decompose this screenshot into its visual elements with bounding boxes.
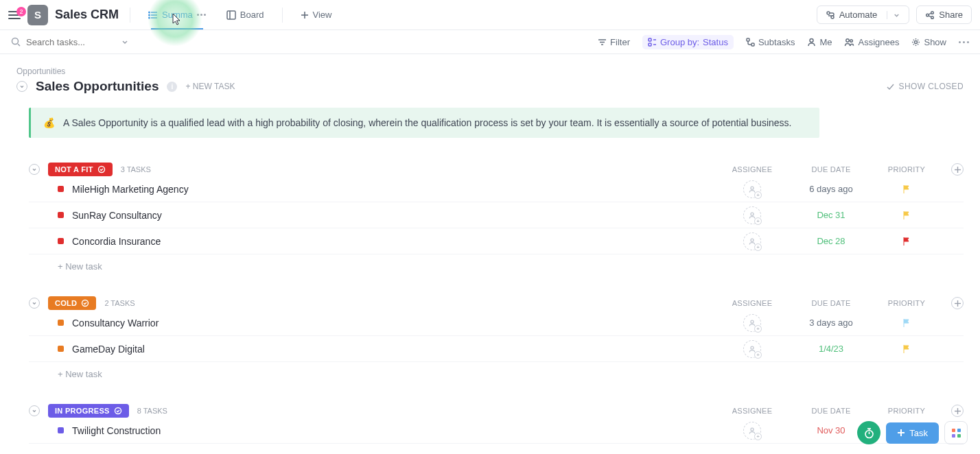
check-circle-icon xyxy=(114,407,122,415)
priority-cell[interactable] xyxy=(869,184,944,194)
assignee-avatar-placeholder[interactable]: + xyxy=(743,180,761,198)
new-task-button[interactable]: + NEW TASK xyxy=(185,82,235,91)
task-button[interactable]: Task xyxy=(886,422,939,444)
status-square[interactable] xyxy=(58,346,64,352)
assignee-avatar-placeholder[interactable]: + xyxy=(743,340,761,358)
more-options[interactable] xyxy=(959,41,969,43)
col-priority[interactable]: PRIORITY xyxy=(869,299,944,307)
col-due[interactable]: DUE DATE xyxy=(793,165,869,174)
add-column[interactable] xyxy=(951,163,964,176)
assignee-cell[interactable]: + xyxy=(711,340,793,358)
task-name[interactable]: Twilight Construction xyxy=(72,425,161,436)
due-date[interactable]: 6 days ago xyxy=(793,184,869,194)
col-priority[interactable]: PRIORITY xyxy=(869,165,944,174)
chevron-down-icon[interactable] xyxy=(121,38,129,46)
priority-cell[interactable] xyxy=(869,344,944,354)
group-collapse-toggle[interactable] xyxy=(29,405,40,416)
assignee-cell[interactable]: + xyxy=(711,314,793,332)
task-name[interactable]: Concordia Insurance xyxy=(72,236,161,247)
list-collapse-toggle[interactable] xyxy=(16,81,27,92)
add-column[interactable] xyxy=(951,405,964,417)
assignee-cell[interactable]: + xyxy=(711,180,793,198)
assignee-avatar-placeholder[interactable]: + xyxy=(743,206,761,224)
status-badge[interactable]: COLD xyxy=(48,296,96,310)
status-square[interactable] xyxy=(58,427,64,433)
col-assignee[interactable]: ASSIGNEE xyxy=(711,407,793,415)
timer-button[interactable] xyxy=(857,421,880,444)
flag-icon xyxy=(902,237,911,246)
priority-cell[interactable] xyxy=(869,211,944,220)
share-button[interactable]: Share xyxy=(916,5,972,24)
status-square[interactable] xyxy=(58,238,64,244)
status-badge[interactable]: NOT A FIT xyxy=(48,163,113,176)
group-collapse-toggle[interactable] xyxy=(29,164,40,175)
assignee-avatar-placeholder[interactable]: + xyxy=(743,232,761,250)
task-row[interactable]: Consultancy Warrior + 3 days ago xyxy=(29,310,964,336)
svg-rect-6 xyxy=(227,11,235,19)
priority-cell[interactable] xyxy=(869,237,944,246)
add-column[interactable] xyxy=(951,297,964,309)
add-assignee-icon: + xyxy=(754,351,762,359)
task-row[interactable]: Twilight Construction + Nov 30 xyxy=(29,418,964,444)
task-row[interactable]: SunRay Consultancy + Dec 31 xyxy=(29,202,964,228)
assignee-avatar-placeholder[interactable]: + xyxy=(743,422,761,440)
task-name[interactable]: MileHigh Marketing Agency xyxy=(72,184,189,195)
status-badge[interactable]: IN PROGRESS xyxy=(48,404,129,418)
task-name[interactable]: SunRay Consultancy xyxy=(72,210,162,221)
assignee-cell[interactable]: + xyxy=(711,206,793,224)
assignee-cell[interactable]: + xyxy=(711,232,793,250)
col-due[interactable]: DUE DATE xyxy=(793,299,869,307)
task-name[interactable]: Consultancy Warrior xyxy=(72,318,159,328)
list-title[interactable]: Sales Opportunities xyxy=(36,79,159,94)
svg-line-16 xyxy=(929,15,931,16)
workspace-title[interactable]: Sales CRM xyxy=(55,8,119,22)
breadcrumb[interactable]: Opportunities xyxy=(16,67,964,76)
col-assignee[interactable]: ASSIGNEE xyxy=(711,165,793,174)
view-more-icon[interactable] xyxy=(197,14,206,16)
status-square[interactable] xyxy=(58,186,64,192)
due-date[interactable]: 1/4/23 xyxy=(793,344,869,354)
menu-toggle[interactable]: 2 xyxy=(8,11,21,19)
status-square[interactable] xyxy=(58,320,64,326)
view-list[interactable]: Summa xyxy=(141,5,213,24)
workspace-avatar[interactable]: S xyxy=(27,5,48,25)
filter-button[interactable]: Filter xyxy=(598,37,630,47)
due-date[interactable]: Dec 31 xyxy=(793,210,869,220)
notif-badge: 2 xyxy=(16,7,26,16)
task-row[interactable]: MileHigh Marketing Agency + 6 days ago xyxy=(29,176,964,202)
assignee-cell[interactable]: + xyxy=(711,422,793,440)
due-date[interactable]: Dec 28 xyxy=(793,236,869,246)
assignee-avatar-placeholder[interactable]: + xyxy=(743,314,761,332)
svg-point-4 xyxy=(149,14,150,16)
due-date[interactable]: 3 days ago xyxy=(793,318,869,328)
search-input[interactable] xyxy=(26,37,115,47)
plus-icon xyxy=(897,429,905,437)
task-row[interactable]: Concordia Insurance + Dec 28 xyxy=(29,228,964,254)
show-closed-label: SHOW CLOSED xyxy=(899,82,964,91)
new-task-row[interactable]: + New task xyxy=(29,254,964,272)
task-name[interactable]: GameDay Digital xyxy=(72,344,145,355)
top-bar: 2 S Sales CRM Summa Board View Automate … xyxy=(0,0,980,30)
info-icon[interactable]: i xyxy=(167,82,177,92)
me-button[interactable]: Me xyxy=(807,37,832,47)
col-assignee[interactable]: ASSIGNEE xyxy=(711,299,793,307)
add-view[interactable]: View xyxy=(294,5,339,24)
view-board[interactable]: Board xyxy=(220,5,271,24)
status-square[interactable] xyxy=(58,212,64,218)
show-closed-button[interactable]: SHOW CLOSED xyxy=(886,82,964,91)
apps-button[interactable] xyxy=(944,421,968,444)
col-due[interactable]: DUE DATE xyxy=(793,407,869,415)
subtasks-button[interactable]: Subtasks xyxy=(746,37,795,47)
group-collapse-toggle[interactable] xyxy=(29,298,40,309)
task-row[interactable]: GameDay Digital + 1/4/23 xyxy=(29,336,964,362)
chevron-down-icon[interactable] xyxy=(887,11,900,19)
col-priority[interactable]: PRIORITY xyxy=(869,407,944,415)
automate-button[interactable]: Automate xyxy=(817,5,910,24)
assignees-button[interactable]: Assignees xyxy=(844,37,899,47)
search-box[interactable] xyxy=(11,37,155,47)
groupby-button[interactable]: Group by: Status xyxy=(642,35,734,49)
priority-cell[interactable] xyxy=(869,318,944,328)
new-task-row[interactable]: + New task xyxy=(29,362,964,379)
svg-line-18 xyxy=(18,44,20,46)
show-button[interactable]: Show xyxy=(911,37,946,47)
